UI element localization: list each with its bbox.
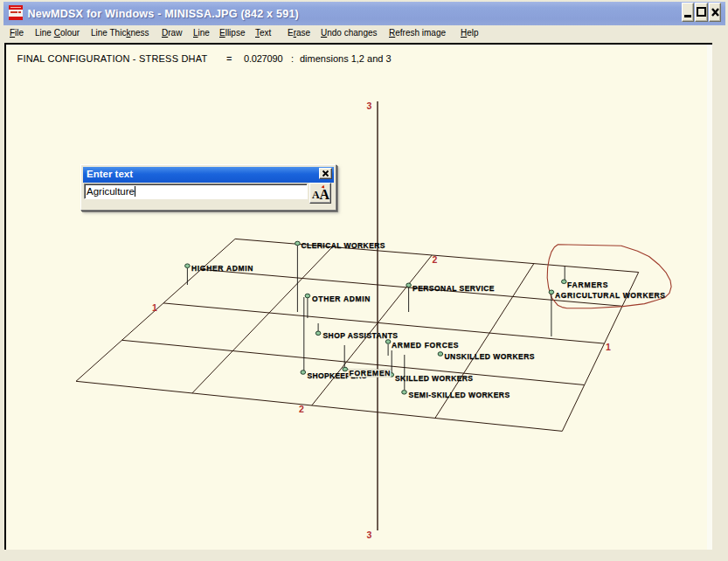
svg-text:dimensions 1,2 and 3: dimensions 1,2 and 3	[300, 53, 392, 64]
svg-text:SHOP ASSISTANTS: SHOP ASSISTANTS	[323, 331, 399, 340]
svg-text:1: 1	[606, 342, 611, 352]
svg-text:3: 3	[367, 530, 372, 540]
svg-text:ARMED FORCES: ARMED FORCES	[392, 341, 459, 350]
svg-text:PERSONAL SERVICE: PERSONAL SERVICE	[413, 284, 495, 293]
svg-text:SEMI-SKILLED WORKERS: SEMI-SKILLED WORKERS	[409, 391, 510, 399]
svg-text:0.027090: 0.027090	[244, 53, 283, 64]
svg-text:CLERICAL WORKERS: CLERICAL WORKERS	[302, 241, 386, 250]
svg-text::: :	[291, 53, 294, 64]
svg-text:AGRICULTURAL WORKERS: AGRICULTURAL WORKERS	[555, 291, 666, 300]
svg-text:A: A	[320, 187, 330, 202]
svg-text:3: 3	[367, 100, 372, 111]
svg-text:SKILLED WORKERS: SKILLED WORKERS	[395, 374, 474, 383]
svg-text:2: 2	[299, 404, 304, 414]
svg-text:HIGHER ADMIN: HIGHER ADMIN	[191, 264, 253, 273]
svg-text:OTHER ADMIN: OTHER ADMIN	[312, 294, 371, 303]
svg-text:FARMERS: FARMERS	[567, 280, 608, 289]
svg-text:FOREMEN: FOREMEN	[350, 369, 392, 377]
svg-text:2: 2	[433, 254, 438, 265]
svg-text:UNSKILLED WORKERS: UNSKILLED WORKERS	[445, 352, 536, 361]
svg-text:1: 1	[152, 302, 157, 313]
svg-text:=: =	[226, 53, 232, 64]
svg-text:FINAL CONFIGURATION - STRESS: FINAL CONFIGURATION - STRESS DHAT	[17, 53, 208, 64]
